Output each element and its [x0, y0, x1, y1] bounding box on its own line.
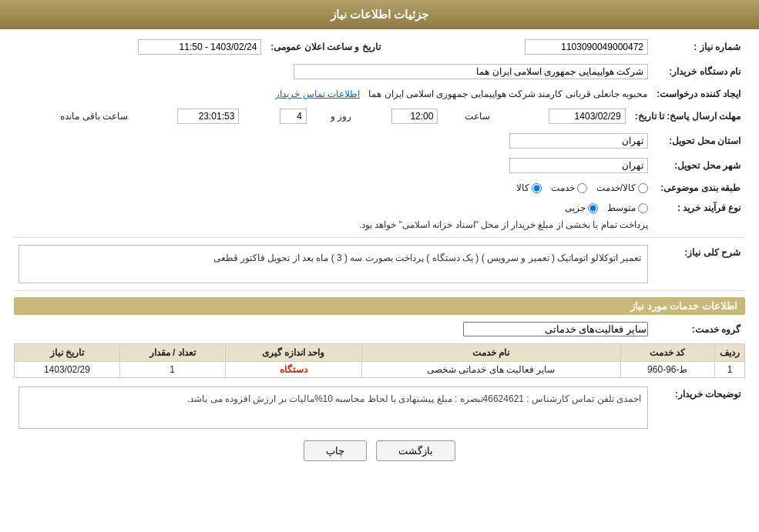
services-table: ردیف کد خدمت نام خدمت واحد اندازه گیری ت…: [14, 343, 745, 378]
creator-table: ایجاد کننده درخواست: محبوبه جانعلی قربان…: [14, 86, 745, 102]
deadline-remaining-input[interactable]: [177, 109, 239, 124]
service-group-input[interactable]: [463, 322, 648, 336]
procurement-label: نوع فرآیند خرید :: [653, 200, 745, 216]
dastgah-table: نام دستگاه خریدار:: [14, 62, 745, 82]
divider2: [14, 290, 745, 291]
cell-count: 1: [119, 362, 225, 378]
category-khedmat-radio[interactable]: خدمت: [551, 182, 587, 193]
category-kala-khedmat-input[interactable]: [638, 183, 648, 193]
deadline-time-input[interactable]: [391, 109, 438, 124]
city-label: شهر محل تحویل:: [653, 156, 745, 176]
table-row: 1 ط-96-960 سایر فعالیت های خدماتی شخصی د…: [15, 362, 745, 378]
contact-link[interactable]: اطلاعات تماس خریدار: [275, 89, 360, 99]
category-khedmat-label: خدمت: [551, 182, 575, 193]
procurement-jazvi-input[interactable]: [588, 203, 598, 213]
category-radio-group: کالا/خدمت خدمت کالا: [18, 182, 648, 193]
procurement-jazvi-label: جزیی: [565, 202, 586, 213]
button-bar: بازگشت چاپ: [14, 440, 745, 461]
col-code: کد خدمت: [620, 344, 714, 362]
cell-code: ط-96-960: [620, 362, 714, 378]
back-button[interactable]: بازگشت: [376, 440, 455, 461]
print-button[interactable]: چاپ: [304, 440, 367, 461]
creator-label: ایجاد کننده درخواست:: [652, 86, 745, 102]
service-group-cell: [14, 320, 653, 339]
service-group-table: گروه خدمت:: [14, 320, 745, 339]
procurement-motavasset-input[interactable]: [638, 203, 648, 213]
city-table: شهر محل تحویل:: [14, 156, 745, 176]
sharh-box: تعمیر اتوکلالو اتوماتیک ( تعمیر و سرویس …: [18, 245, 648, 283]
cell-row: 1: [715, 362, 745, 378]
deadline-table: مهلت ارسال پاسخ: تا تاریخ: ساعت روز و سا…: [14, 106, 745, 126]
procurement-jazvi-radio[interactable]: جزیی: [565, 202, 598, 213]
procurement-cell: متوسط جزیی: [14, 200, 653, 216]
buyer-notes-box: احمدی تلفن تماس کارشناس : 46624621تبصره …: [18, 386, 648, 429]
procurement-table: نوع فرآیند خرید : متوسط جزیی: [14, 200, 745, 233]
sharh-table: شرح کلی نیاز: تعمیر اتوکلالو اتوماتیک ( …: [14, 243, 745, 286]
sharh-label: شرح کلی نیاز:: [653, 243, 745, 286]
niaz-number-label: شماره نیاز :: [653, 37, 745, 57]
category-label: طبقه بندی موضوعی:: [653, 180, 745, 196]
deadline-days-cell: [254, 106, 311, 126]
spacer: [243, 106, 254, 126]
service-group-label: گروه خدمت:: [653, 320, 745, 339]
buyer-notes-label: توضیحات خریدار:: [653, 384, 745, 431]
buyer-notes-cell: احمدی تلفن تماس کارشناس : 46624621تبصره …: [14, 384, 653, 431]
category-kala-radio[interactable]: کالا: [516, 182, 542, 193]
category-kala-khedmat-radio[interactable]: کالا/خدمت: [596, 182, 648, 193]
main-content: شماره نیاز : تاریخ و ساعت اعلان عمومی: ن…: [0, 29, 759, 477]
deadline-remaining-label-cell: ساعت باقی مانده: [14, 106, 131, 126]
col-count: تعداد / مقدار: [119, 344, 225, 362]
province-table: استان محل تحویل:: [14, 131, 745, 151]
page-title: جزئیات اطلاعات نیاز: [331, 8, 428, 21]
announce-date-cell: [14, 37, 266, 57]
dastgah-input[interactable]: [294, 64, 648, 79]
cell-date: 1403/02/29: [15, 362, 120, 378]
deadline-days-input[interactable]: [280, 109, 307, 124]
category-khedmat-input[interactable]: [577, 183, 587, 193]
col-name: نام خدمت: [361, 344, 620, 362]
services-table-header: ردیف کد خدمت نام خدمت واحد اندازه گیری ت…: [15, 344, 745, 362]
sharh-cell: تعمیر اتوکلالو اتوماتیک ( تعمیر و سرویس …: [14, 243, 653, 286]
col-date: تاریخ نیاز: [15, 344, 120, 362]
procurement-radio-group: متوسط جزیی: [18, 202, 648, 213]
city-cell: [14, 156, 653, 176]
header-info-table: شماره نیاز : تاریخ و ساعت اعلان عمومی:: [14, 37, 745, 57]
cell-unit[interactable]: دستگاه: [225, 362, 361, 378]
category-table: طبقه بندی موضوعی: کالا/خدمت خدمت: [14, 180, 745, 196]
procurement-note: پرداخت تمام یا بخشی از مبلغ خریدار از مح…: [18, 219, 648, 230]
announce-date-input[interactable]: [138, 39, 261, 55]
col-row: ردیف: [715, 344, 745, 362]
announce-date-label: تاریخ و ساعت اعلان عمومی:: [266, 37, 385, 57]
deadline-label: مهلت ارسال پاسخ: تا تاریخ:: [630, 106, 745, 126]
creator-cell: محبوبه جانعلی قربانی کارمند شرکت هواپیما…: [14, 86, 652, 102]
category-kala-label: کالا: [516, 182, 529, 193]
deadline-time-cell: [354, 106, 442, 126]
province-input[interactable]: [509, 133, 648, 149]
divider1: [14, 237, 745, 238]
deadline-day-label-cell: روز و: [311, 106, 354, 126]
deadline-date-cell: [493, 106, 630, 126]
page-wrapper: جزئیات اطلاعات نیاز شماره نیاز : تاریخ و…: [0, 0, 759, 532]
services-section-title: اطلاعات خدمات مورد نیاز: [14, 297, 745, 315]
deadline-date-input[interactable]: [549, 109, 626, 124]
buyer-notes-table: توضیحات خریدار: احمدی تلفن تماس کارشناس …: [14, 384, 745, 431]
category-kala-input[interactable]: [532, 183, 542, 193]
category-cell: کالا/خدمت خدمت کالا: [14, 180, 653, 196]
col-unit: واحد اندازه گیری: [225, 344, 361, 362]
page-header: جزئیات اطلاعات نیاز: [0, 0, 759, 29]
city-input[interactable]: [509, 158, 648, 173]
cell-name: سایر فعالیت های خدماتی شخصی: [361, 362, 620, 378]
niaz-number-cell: [401, 37, 653, 57]
procurement-motavasset-label: متوسط: [607, 202, 636, 213]
dastgah-cell: [14, 62, 653, 82]
creator-value: محبوبه جانعلی قربانی کارمند شرکت هواپیما…: [368, 89, 647, 99]
province-label: استان محل تحویل:: [653, 131, 745, 151]
deadline-remaining-cell: [131, 106, 243, 126]
procurement-motavasset-radio[interactable]: متوسط: [607, 202, 648, 213]
category-kala-khedmat-label: کالا/خدمت: [596, 182, 636, 193]
province-cell: [14, 131, 653, 151]
dastgah-label: نام دستگاه خریدار:: [653, 62, 745, 82]
services-table-body: 1 ط-96-960 سایر فعالیت های خدماتی شخصی د…: [15, 362, 745, 378]
niaz-number-input[interactable]: [525, 39, 648, 55]
deadline-time-label-cell: ساعت: [442, 106, 492, 126]
